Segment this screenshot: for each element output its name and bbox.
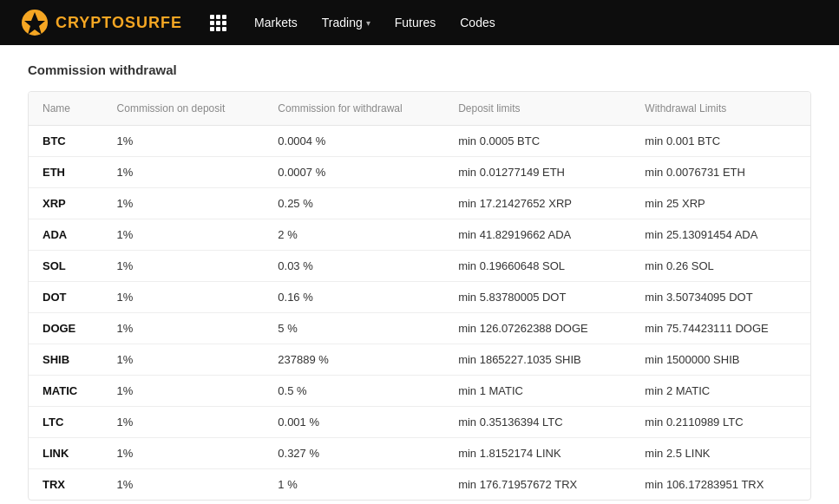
cell-deposit-limit: min 41.82919662 ADA <box>444 219 631 251</box>
cell-name: TRX <box>29 469 103 501</box>
cell-commission-deposit: 1% <box>103 251 265 282</box>
cell-commission-withdrawal: 0.25 % <box>264 188 444 219</box>
cell-deposit-limit: min 5.83780005 DOT <box>444 282 631 313</box>
cell-name: ADA <box>29 219 103 251</box>
table-row: LINK 1% 0.327 % min 1.8152174 LINK min 2… <box>29 438 810 469</box>
cell-name: DOGE <box>29 313 103 344</box>
cell-commission-withdrawal: 0.327 % <box>264 438 444 469</box>
cell-commission-withdrawal: 0.0007 % <box>264 157 444 188</box>
cell-deposit-limit: min 0.0005 BTC <box>444 126 631 157</box>
col-deposit-limits: Deposit limits <box>444 92 631 126</box>
nav-futures[interactable]: Futures <box>395 16 436 29</box>
cell-name: XRP <box>29 188 103 219</box>
table-row: XRP 1% 0.25 % min 17.21427652 XRP min 25… <box>29 188 810 219</box>
cell-commission-withdrawal: 237889 % <box>264 344 444 376</box>
cell-name: DOT <box>29 282 103 313</box>
cell-commission-deposit: 1% <box>103 438 265 469</box>
cell-commission-deposit: 1% <box>103 157 265 188</box>
cell-commission-deposit: 1% <box>103 313 265 344</box>
cell-withdrawal-limit: min 0.0076731 ETH <box>631 157 810 188</box>
cell-deposit-limit: min 0.19660648 SOL <box>444 251 631 282</box>
logo-text: CRYPTOSURFE <box>56 14 182 32</box>
cell-withdrawal-limit: min 25 XRP <box>631 188 810 219</box>
cell-commission-deposit: 1% <box>103 407 265 438</box>
cell-name: LINK <box>29 438 103 469</box>
cell-withdrawal-limit: min 75.74423111 DOGE <box>631 313 810 344</box>
table-row: SOL 1% 0.03 % min 0.19660648 SOL min 0.2… <box>29 251 810 282</box>
cell-name: MATIC <box>29 376 103 407</box>
table-row: LTC 1% 0.001 % min 0.35136394 LTC min 0.… <box>29 407 810 438</box>
cell-commission-withdrawal: 2 % <box>264 219 444 251</box>
cell-deposit-limit: min 1.8152174 LINK <box>444 438 631 469</box>
cell-commission-withdrawal: 0.5 % <box>264 376 444 407</box>
page-title: Commission withdrawal <box>28 62 811 77</box>
cell-withdrawal-limit: min 2 MATIC <box>631 376 810 407</box>
cell-deposit-limit: min 0.01277149 ETH <box>444 157 631 188</box>
table-header: Name Commission on deposit Commission fo… <box>29 92 810 126</box>
cell-commission-deposit: 1% <box>103 282 265 313</box>
nav-markets[interactable]: Markets <box>254 16 298 29</box>
grid-menu-icon[interactable] <box>210 15 226 31</box>
table-row: BTC 1% 0.0004 % min 0.0005 BTC min 0.001… <box>29 126 810 157</box>
col-commission-deposit: Commission on deposit <box>103 92 265 126</box>
cell-commission-deposit: 1% <box>103 126 265 157</box>
cell-commission-deposit: 1% <box>103 376 265 407</box>
cell-withdrawal-limit: min 106.17283951 TRX <box>631 469 810 501</box>
table-row: ADA 1% 2 % min 41.82919662 ADA min 25.13… <box>29 219 810 251</box>
table-body: BTC 1% 0.0004 % min 0.0005 BTC min 0.001… <box>29 126 810 501</box>
cell-commission-withdrawal: 0.0004 % <box>264 126 444 157</box>
cell-withdrawal-limit: min 0.26 SOL <box>631 251 810 282</box>
table-row: SHIB 1% 237889 % min 1865227.1035 SHIB m… <box>29 344 810 376</box>
cell-commission-deposit: 1% <box>103 344 265 376</box>
cell-deposit-limit: min 0.35136394 LTC <box>444 407 631 438</box>
cell-commission-withdrawal: 0.001 % <box>264 407 444 438</box>
navbar: CRYPTOSURFE Markets Trading ▾ Futures Co… <box>0 0 839 45</box>
nav-codes[interactable]: Codes <box>460 16 495 29</box>
cell-commission-withdrawal: 1 % <box>264 469 444 501</box>
cell-name: LTC <box>29 407 103 438</box>
cell-deposit-limit: min 126.07262388 DOGE <box>444 313 631 344</box>
content-area: Commission withdrawal Name Commission on… <box>0 45 839 504</box>
cell-name: BTC <box>29 126 103 157</box>
chevron-down-icon: ▾ <box>366 18 370 28</box>
cell-deposit-limit: min 176.71957672 TRX <box>444 469 631 501</box>
col-withdrawal-limits: Withdrawal Limits <box>631 92 810 126</box>
cell-withdrawal-limit: min 2.5 LINK <box>631 438 810 469</box>
cell-commission-withdrawal: 5 % <box>264 313 444 344</box>
cell-withdrawal-limit: min 1500000 SHIB <box>631 344 810 376</box>
cell-commission-withdrawal: 0.16 % <box>264 282 444 313</box>
logo-icon <box>21 9 49 36</box>
cell-commission-deposit: 1% <box>103 469 265 501</box>
cell-withdrawal-limit: min 0.001 BTC <box>631 126 810 157</box>
table-row: ETH 1% 0.0007 % min 0.01277149 ETH min 0… <box>29 157 810 188</box>
cell-withdrawal-limit: min 3.50734095 DOT <box>631 282 810 313</box>
table-row: DOGE 1% 5 % min 126.07262388 DOGE min 75… <box>29 313 810 344</box>
col-commission-withdrawal: Commission for withdrawal <box>264 92 444 126</box>
cell-name: SHIB <box>29 344 103 376</box>
commission-table: Name Commission on deposit Commission fo… <box>29 92 810 500</box>
commission-table-wrapper: Name Commission on deposit Commission fo… <box>28 91 811 501</box>
table-row: MATIC 1% 0.5 % min 1 MATIC min 2 MATIC <box>29 376 810 407</box>
cell-deposit-limit: min 1 MATIC <box>444 376 631 407</box>
cell-name: SOL <box>29 251 103 282</box>
cell-deposit-limit: min 1865227.1035 SHIB <box>444 344 631 376</box>
cell-commission-deposit: 1% <box>103 188 265 219</box>
cell-withdrawal-limit: min 25.13091454 ADA <box>631 219 810 251</box>
table-row: DOT 1% 0.16 % min 5.83780005 DOT min 3.5… <box>29 282 810 313</box>
cell-withdrawal-limit: min 0.2110989 LTC <box>631 407 810 438</box>
table-row: TRX 1% 1 % min 176.71957672 TRX min 106.… <box>29 469 810 501</box>
cell-deposit-limit: min 17.21427652 XRP <box>444 188 631 219</box>
nav-trading[interactable]: Trading ▾ <box>322 16 370 29</box>
logo[interactable]: CRYPTOSURFE <box>21 9 182 36</box>
col-name: Name <box>29 92 103 126</box>
cell-name: ETH <box>29 157 103 188</box>
nav-links: Markets Trading ▾ Futures Codes <box>254 16 818 29</box>
cell-commission-deposit: 1% <box>103 219 265 251</box>
cell-commission-withdrawal: 0.03 % <box>264 251 444 282</box>
